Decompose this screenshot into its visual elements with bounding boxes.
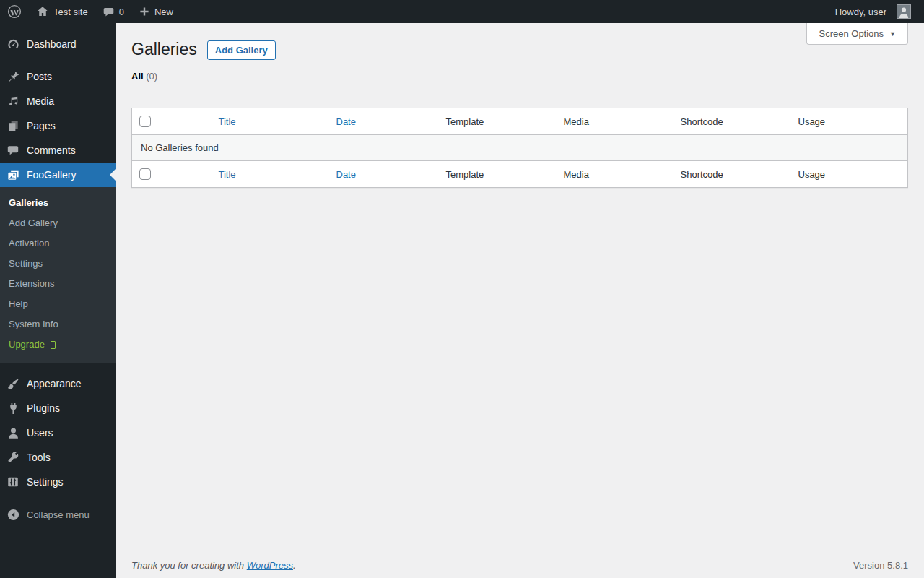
sidebar-item-settings[interactable]: Settings (0, 470, 116, 494)
user-icon (6, 426, 20, 440)
avatar (897, 4, 911, 19)
screen-options-label: Screen Options (819, 28, 884, 39)
column-header-media: Media (557, 108, 674, 135)
sidebar-item-label: Dashboard (27, 38, 77, 50)
empty-row: No Galleries found (132, 135, 908, 161)
sidebar-item-tools[interactable]: Tools (0, 445, 116, 470)
column-header-date[interactable]: Date (336, 116, 356, 127)
comment-bubble-icon (103, 6, 115, 18)
wrench-icon (6, 451, 20, 465)
admin-footer: Thank you for creating with WordPress. V… (131, 560, 908, 571)
screen-options-button[interactable]: Screen Options ▼ (806, 23, 908, 45)
submenu-item-settings[interactable]: Settings (0, 254, 116, 274)
submenu-item-galleries[interactable]: Galleries (0, 193, 116, 213)
sidebar-item-label: Plugins (27, 402, 60, 414)
wordpress-logo-menu[interactable] (0, 0, 29, 23)
sidebar-item-label: Posts (27, 71, 52, 82)
column-footer-template: Template (439, 161, 557, 188)
footer-thanks: Thank you for creating with WordPress. (131, 560, 296, 571)
collapse-arrow-icon (6, 508, 20, 522)
account-menu[interactable]: Howdy, user (828, 0, 918, 23)
column-footer-date[interactable]: Date (336, 169, 356, 180)
column-header-title[interactable]: Title (219, 116, 236, 127)
sidebar-item-label: Settings (27, 476, 64, 488)
sidebar-item-label: Pages (27, 120, 56, 131)
pages-icon (6, 119, 20, 133)
column-header-usage: Usage (791, 108, 908, 135)
column-footer-title[interactable]: Title (219, 169, 236, 180)
sidebar-item-posts[interactable]: Posts (0, 64, 116, 89)
foogallery-submenu: Galleries Add Gallery Activation Setting… (0, 187, 116, 363)
filter-all-count: (0) (146, 71, 157, 82)
submenu-item-upgrade[interactable]: Upgrade (0, 335, 116, 355)
sidebar-item-media[interactable]: Media (0, 89, 116, 113)
dashboard-icon (6, 38, 20, 51)
menu-separator (0, 56, 116, 64)
sidebar-item-appearance[interactable]: Appearance (0, 371, 116, 396)
table-footer: Title Date Template Media Shortcode Usag… (132, 161, 908, 188)
sidebar-item-label: Users (27, 427, 53, 439)
howdy-text: Howdy, user (835, 7, 886, 17)
filter-all-link[interactable]: All (131, 71, 144, 82)
menu-separator (0, 494, 116, 502)
comment-count: 0 (119, 7, 124, 17)
admin-sidebar: Dashboard Posts Media Pages Comments Foo… (0, 23, 116, 578)
page-title: Galleries (131, 39, 197, 60)
sidebar-item-label: Tools (27, 452, 51, 463)
plus-icon (139, 6, 150, 17)
wordpress-link[interactable]: WordPress (247, 560, 293, 571)
site-name: Test site (53, 7, 88, 17)
music-note-icon (6, 95, 20, 108)
footer-version: Version 5.8.1 (853, 560, 908, 571)
new-content-menu[interactable]: New (131, 0, 180, 23)
menu-separator (0, 363, 116, 371)
select-all-checkbox[interactable] (139, 116, 151, 127)
sidebar-item-label: Media (27, 95, 54, 107)
select-all-checkbox-bottom[interactable] (139, 168, 151, 180)
table-body: No Galleries found (132, 135, 908, 161)
sidebar-item-plugins[interactable]: Plugins (0, 396, 116, 420)
table-footer-row: Title Date Template Media Shortcode Usag… (132, 161, 908, 188)
sidebar-item-label: Appearance (27, 378, 82, 389)
galleries-table: Title Date Template Media Shortcode Usag… (131, 108, 908, 188)
column-footer-usage: Usage (791, 161, 908, 188)
comments-menu[interactable]: 0 (95, 0, 131, 23)
submenu-item-extensions[interactable]: Extensions (0, 274, 116, 294)
sidebar-item-label: FooGallery (27, 169, 76, 181)
sliders-icon (6, 475, 20, 488)
home-icon (36, 5, 49, 18)
sidebar-item-pages[interactable]: Pages (0, 113, 116, 138)
admin-bar: Test site 0 New Howdy, user (0, 0, 924, 23)
sidebar-item-label: Comments (27, 144, 76, 156)
column-footer-shortcode: Shortcode (674, 161, 791, 188)
column-header-shortcode: Shortcode (674, 108, 791, 135)
gallery-icon (6, 168, 20, 182)
page-header: Galleries Add Gallery (131, 23, 908, 60)
collapse-menu-label: Collapse menu (27, 509, 90, 520)
wordpress-logo-icon (7, 4, 22, 19)
column-footer-media: Media (557, 161, 674, 188)
paintbrush-icon (6, 377, 20, 391)
pushpin-icon (6, 70, 20, 84)
new-label: New (154, 7, 173, 17)
chevron-down-icon: ▼ (889, 30, 896, 38)
main-content: Screen Options ▼ Galleries Add Gallery A… (116, 23, 924, 578)
site-link[interactable]: Test site (29, 0, 95, 23)
add-gallery-button[interactable]: Add Gallery (207, 40, 276, 60)
submenu-item-add-gallery[interactable]: Add Gallery (0, 213, 116, 233)
column-header-template: Template (439, 108, 557, 135)
sidebar-item-dashboard[interactable]: Dashboard (0, 32, 116, 56)
submenu-item-activation[interactable]: Activation (0, 233, 116, 254)
table-header-row: Title Date Template Media Shortcode Usag… (132, 108, 908, 135)
plug-icon (6, 402, 20, 415)
sidebar-item-foogallery[interactable]: FooGallery (0, 163, 116, 187)
table-header: Title Date Template Media Shortcode Usag… (132, 108, 908, 135)
submenu-item-system-info[interactable]: System Info (0, 314, 116, 335)
sidebar-item-users[interactable]: Users (0, 420, 116, 445)
collapse-menu-button[interactable]: Collapse menu (0, 502, 116, 527)
missing-glyph-icon (51, 341, 56, 349)
comment-bubble-icon (6, 144, 20, 157)
filter-links: All (0) (131, 71, 908, 82)
submenu-item-help[interactable]: Help (0, 294, 116, 314)
sidebar-item-comments[interactable]: Comments (0, 138, 116, 163)
